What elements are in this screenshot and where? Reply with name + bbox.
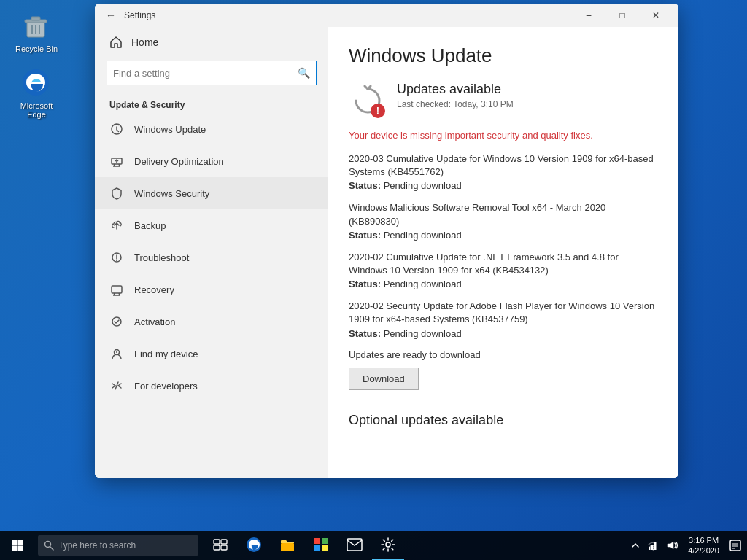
action-center[interactable] — [727, 531, 744, 560]
desktop: Recycle Bin MicrosoftEdge ← Settings – □… — [0, 0, 747, 560]
svg-point-47 — [386, 542, 390, 547]
recovery-icon — [109, 282, 124, 297]
chevron-up-icon — [631, 541, 640, 550]
sidebar-item-delivery-optimization[interactable]: Delivery Optimization — [95, 145, 328, 177]
svg-rect-42 — [314, 538, 320, 544]
sidebar-item-activation[interactable]: Activation — [95, 306, 328, 338]
update-item-status-0: Status: Pending download — [349, 180, 658, 191]
taskbar-store[interactable] — [305, 531, 337, 560]
troubleshoot-icon — [109, 250, 124, 265]
settings-taskbar-icon — [381, 537, 395, 552]
update-item-title-0: 2020-03 Cumulative Update for Windows 10… — [349, 152, 658, 179]
search-icon: 🔍 — [298, 67, 310, 79]
store-taskbar-icon — [313, 537, 329, 553]
speaker-icon — [666, 540, 678, 551]
svg-line-35 — [50, 547, 53, 550]
update-item-status-3: Status: Pending download — [349, 328, 658, 339]
find-my-device-icon — [109, 346, 124, 361]
start-button[interactable] — [0, 531, 35, 560]
system-tray[interactable] — [628, 531, 643, 560]
action-center-icon — [729, 540, 741, 551]
svg-rect-33 — [18, 546, 24, 552]
search-box[interactable]: 🔍 — [107, 61, 317, 85]
main-panel: Windows Update ! Upda — [328, 27, 678, 478]
sidebar-item-recovery[interactable]: Recovery — [95, 273, 328, 306]
activation-icon — [109, 314, 124, 329]
update-status-icon: ! — [349, 82, 387, 120]
taskbar-explorer[interactable] — [271, 531, 303, 560]
svg-rect-39 — [221, 545, 227, 550]
maximize-button[interactable]: □ — [605, 4, 639, 27]
clock-date: 4/2/2020 — [688, 545, 719, 556]
svg-line-26 — [118, 386, 121, 388]
svg-rect-32 — [12, 546, 18, 552]
microsoft-edge-icon[interactable]: MicrosoftEdge — [7, 64, 66, 122]
svg-rect-44 — [314, 545, 320, 551]
download-button[interactable]: Download — [349, 368, 419, 390]
windows-security-label: Windows Security — [134, 188, 209, 199]
section-title: Update & Security — [95, 94, 328, 113]
warning-text: Your device is missing important securit… — [349, 130, 658, 141]
wifi-icon — [647, 540, 659, 551]
svg-rect-37 — [221, 540, 227, 544]
clock-time: 3:16 PM — [689, 535, 719, 545]
volume-icon[interactable] — [663, 531, 681, 560]
sidebar-item-windows-security[interactable]: Windows Security — [95, 177, 328, 209]
taskbar-edge[interactable] — [238, 531, 270, 560]
sidebar-item-troubleshoot[interactable]: Troubleshoot — [95, 241, 328, 273]
page-title: Windows Update — [349, 44, 658, 67]
taskbar-mail[interactable] — [338, 531, 371, 560]
svg-rect-36 — [214, 540, 220, 544]
taskbar-right: 3:16 PM 4/2/2020 — [628, 531, 747, 560]
close-button[interactable]: ✕ — [639, 4, 673, 27]
network-icon[interactable] — [644, 531, 662, 560]
settings-window: ← Settings – □ ✕ Home — [95, 4, 678, 478]
update-status-title: Updates available — [397, 82, 514, 97]
for-developers-label: For developers — [134, 381, 198, 392]
svg-point-34 — [45, 542, 51, 548]
taskbar: 3:16 PM 4/2/2020 — [0, 531, 747, 560]
svg-rect-46 — [347, 539, 362, 551]
svg-rect-2 — [31, 17, 40, 20]
troubleshoot-label: Troubleshoot — [134, 252, 189, 263]
svg-rect-52 — [730, 540, 740, 551]
find-my-device-label: Find my device — [134, 349, 198, 359]
sidebar-item-backup[interactable]: Backup — [95, 209, 328, 241]
minimize-button[interactable]: – — [572, 4, 605, 27]
sidebar-home[interactable]: Home — [95, 27, 328, 58]
svg-line-24 — [112, 386, 115, 388]
svg-point-14 — [116, 260, 117, 261]
recovery-label: Recovery — [134, 284, 174, 295]
update-item-title-2: 2020-02 Cumulative Update for .NET Frame… — [349, 251, 658, 277]
windows-security-icon — [109, 186, 124, 201]
for-developers-icon — [109, 378, 124, 393]
update-status-sub: Last checked: Today, 3:10 PM — [397, 99, 514, 109]
windows-logo-icon — [11, 539, 24, 552]
backup-icon — [109, 218, 124, 233]
home-label: Home — [131, 36, 158, 48]
update-status-text: Updates available Last checked: Today, 3… — [397, 82, 514, 109]
svg-rect-51 — [654, 542, 657, 550]
sidebar-item-for-developers[interactable]: For developers — [95, 370, 328, 402]
taskview-button[interactable] — [204, 531, 236, 560]
update-item-1: Windows Malicious Software Removal Tool … — [349, 201, 658, 240]
sidebar-item-find-my-device[interactable]: Find my device — [95, 338, 328, 370]
svg-rect-16 — [112, 286, 122, 293]
back-button[interactable]: ← — [101, 5, 121, 26]
optional-updates-title: Optional updates available — [349, 405, 658, 428]
sidebar-item-windows-update[interactable]: Windows Update — [95, 113, 328, 145]
activation-label: Activation — [134, 316, 175, 327]
update-icon-container: ! — [349, 82, 387, 120]
taskbar-search-input[interactable] — [58, 540, 193, 551]
taskbar-search[interactable] — [38, 535, 198, 556]
system-clock[interactable]: 3:16 PM 4/2/2020 — [682, 531, 725, 560]
svg-text:!: ! — [376, 105, 379, 116]
search-input[interactable] — [113, 68, 298, 79]
update-item-2: 2020-02 Cumulative Update for .NET Frame… — [349, 251, 658, 289]
taskbar-settings[interactable] — [372, 531, 404, 560]
recycle-bin-icon[interactable]: Recycle Bin — [7, 7, 66, 57]
update-item-3: 2020-02 Security Update for Adobe Flash … — [349, 300, 658, 338]
title-bar: ← Settings – □ ✕ — [95, 4, 678, 27]
explorer-taskbar-icon — [279, 537, 295, 552]
update-item-status-1: Status: Pending download — [349, 230, 658, 241]
